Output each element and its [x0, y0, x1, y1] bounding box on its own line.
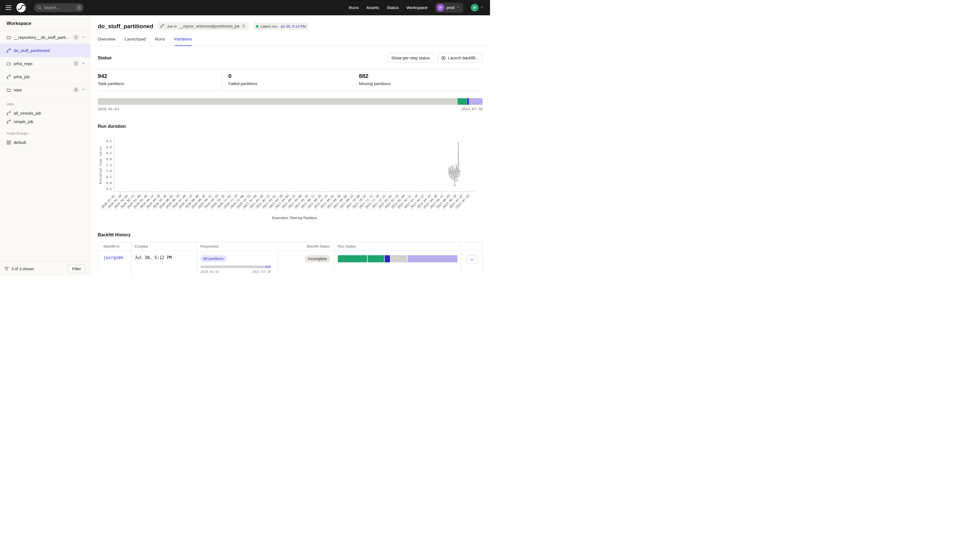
- sidebar-item-simple-job[interactable]: simple_job: [0, 117, 90, 126]
- job-tabs: Overview Launchpad Runs Partitions: [90, 36, 490, 46]
- top-right-nav: Runs Assets Status Workspace P prod P: [349, 3, 485, 13]
- tab-launchpad[interactable]: Launchpad: [125, 36, 146, 46]
- filter-button[interactable]: Filter: [68, 265, 86, 273]
- sidebar-item-repo[interactable]: repo 3: [0, 83, 90, 97]
- jobs-section-label: Jobs: [0, 97, 90, 109]
- svg-text:6.0: 6.0: [106, 181, 112, 185]
- top-navigation-bar: / Runs Assets Status Workspace P prod P: [0, 0, 490, 15]
- stat-label: Failed partitions: [228, 81, 345, 86]
- sidebar-item-prha-job[interactable]: prha_job: [0, 70, 90, 83]
- job-icon: [6, 111, 11, 116]
- sidebar-item-label: __repository__do_stuff_partitio...: [14, 35, 70, 40]
- shown-count-text: 3 of 3 shown: [11, 267, 34, 271]
- chevron-down-icon[interactable]: [82, 62, 86, 66]
- chevron-down-icon: [470, 258, 474, 262]
- search-input[interactable]: [44, 5, 74, 10]
- nav-link-assets[interactable]: Assets: [366, 5, 379, 10]
- dagster-logo[interactable]: [16, 2, 26, 13]
- run-status-dot: [256, 25, 258, 28]
- svg-text:7.5: 7.5: [106, 163, 112, 167]
- stat-label: Total partitions: [98, 81, 215, 86]
- nav-link-workspace[interactable]: Workspace: [407, 5, 428, 10]
- column-header-requested: Requested: [197, 242, 278, 251]
- search-shortcut-hint: /: [76, 5, 82, 10]
- sidebar-footer: 3 of 3 shown Filter: [0, 261, 90, 276]
- column-header-backfill-status: Backfill Status: [278, 242, 334, 251]
- backfill-id-link[interactable]: jozrgsbh: [103, 255, 123, 260]
- item-count-badge: 3: [73, 87, 79, 93]
- stat-label: Missing partitions: [359, 81, 476, 86]
- filter-funnel-icon: [5, 267, 9, 271]
- chevron-down-icon: [480, 5, 485, 10]
- status-header-row: Status Show per-step status Launch backf…: [90, 53, 490, 63]
- workspace-sidebar: Workspace __repository__do_stuff_partiti…: [0, 15, 90, 276]
- job-origin-prefix: Job in: [167, 24, 177, 29]
- run-status-bar: [338, 255, 457, 262]
- user-menu[interactable]: P: [471, 4, 485, 11]
- column-header-backfill-id: Backfill Id: [98, 242, 131, 251]
- partition-bar-dates: 2020-01-01 2022-07-30: [98, 107, 483, 111]
- stat-value: 882: [359, 73, 476, 79]
- latest-run-time-link[interactable]: Jul 30, 5:14 PM: [280, 24, 306, 29]
- reload-icon[interactable]: [242, 24, 246, 29]
- svg-text:Execution time (secs): Execution time (secs): [99, 146, 102, 184]
- chevron-down-icon[interactable]: [82, 35, 86, 40]
- job-icon: [161, 24, 165, 29]
- svg-text:8.5: 8.5: [106, 152, 112, 155]
- dagster-logo-icon: [16, 2, 26, 13]
- expand-row-button[interactable]: [466, 255, 478, 264]
- svg-text:9.5: 9.5: [106, 140, 112, 143]
- partition-status-bar: [98, 98, 483, 105]
- nav-link-status[interactable]: Status: [387, 5, 399, 10]
- tab-partitions[interactable]: Partitions: [174, 36, 192, 46]
- sidebar-item-all-cereals-job[interactable]: all_cereals_job: [0, 109, 90, 117]
- partition-range-start: 2020-01-01: [98, 107, 119, 111]
- chevron-down-icon[interactable]: [82, 88, 86, 92]
- show-per-step-status-button[interactable]: Show per-step status: [387, 53, 434, 63]
- sidebar-item-label: repo: [14, 87, 70, 92]
- job-origin-tag: Job in __reposi...artitioned@partitioned…: [158, 22, 249, 30]
- svg-text:8.0: 8.0: [106, 157, 112, 161]
- stat-total-partitions: 942 Total partitions: [98, 69, 221, 91]
- tab-runs[interactable]: Runs: [155, 36, 165, 46]
- latest-run-label: Latest run:: [261, 24, 278, 29]
- item-count-badge: 1: [73, 61, 79, 67]
- svg-text:6.5: 6.5: [106, 175, 112, 179]
- user-avatar: P: [471, 4, 479, 11]
- table-row: jozrgsbh Jul 30, 5:12 PM 60 partitions 2…: [98, 251, 483, 276]
- stat-value: 942: [98, 73, 215, 79]
- sidebar-item-default-group[interactable]: default: [0, 138, 90, 147]
- asset-groups-section-label: Asset Groups: [0, 126, 90, 138]
- sidebar-item-label: default: [14, 140, 26, 145]
- deployment-switcher[interactable]: P prod: [435, 3, 463, 13]
- main-content: do_stuff_partitioned Job in __reposi...a…: [90, 15, 490, 276]
- backfill-history-heading: Backfill History: [98, 232, 483, 238]
- sidebar-item-repository-do-stuff[interactable]: __repository__do_stuff_partitio... 1: [0, 31, 90, 44]
- requested-range-start: 2020-01-01: [200, 270, 219, 274]
- launch-backfill-button[interactable]: Launch backfill...: [437, 53, 483, 63]
- chevron-down-icon: [457, 5, 461, 10]
- plus-circle-icon: [441, 56, 445, 60]
- menu-button[interactable]: [5, 5, 11, 10]
- latest-run-tag: Latest run: Jul 30, 5:14 PM: [253, 23, 309, 30]
- sidebar-item-prha-repo[interactable]: prha_repo 1: [0, 57, 90, 70]
- sidebar-item-label: simple_job: [14, 119, 33, 124]
- item-count-badge: 1: [73, 35, 79, 40]
- job-icon: [6, 48, 11, 53]
- job-origin-link[interactable]: __reposi...artitioned@partitioned_job: [179, 24, 240, 29]
- backfill-status-badge: Incomplete: [305, 255, 330, 262]
- search-input-wrapper[interactable]: /: [34, 3, 84, 12]
- stat-failed-partitions: 0 Failed partitions: [221, 69, 352, 91]
- sidebar-item-do-stuff-partitioned[interactable]: do_stuff_partitioned: [0, 44, 90, 57]
- nav-link-runs[interactable]: Runs: [349, 5, 359, 10]
- requested-range-end: 2022-07-30: [252, 270, 271, 274]
- folder-icon: [6, 35, 11, 40]
- column-header-created: Created: [131, 242, 197, 251]
- page-title: do_stuff_partitioned: [98, 23, 153, 30]
- partition-stats: 942 Total partitions 0 Failed partitions…: [98, 69, 483, 91]
- search-icon: [37, 5, 41, 10]
- status-heading: Status: [98, 55, 111, 60]
- tab-overview[interactable]: Overview: [98, 36, 116, 46]
- job-icon: [6, 119, 11, 124]
- workspace-list: __repository__do_stuff_partitio... 1 do_…: [0, 31, 90, 97]
